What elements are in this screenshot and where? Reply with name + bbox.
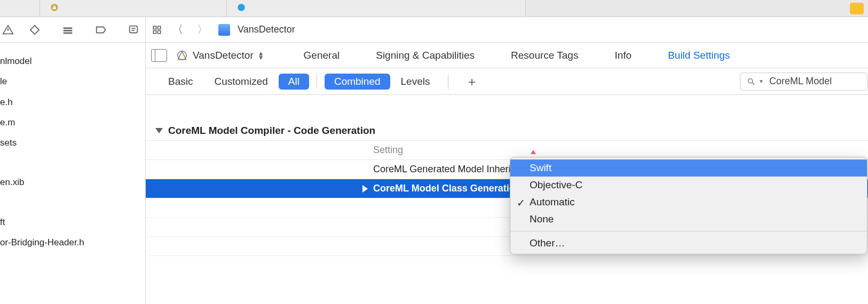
target-marker-icon [531, 149, 536, 154]
svg-rect-11 [153, 30, 156, 33]
scope-basic[interactable]: Basic [157, 73, 203, 91]
target-name: VansDetector [193, 50, 254, 61]
search-icon [747, 77, 755, 86]
svg-rect-5 [64, 32, 73, 34]
window-tab-bar [0, 0, 868, 17]
tab-general[interactable]: General [286, 50, 358, 61]
build-settings-filter-bar: Basic Customized All Combined Levels ＋ ▼… [146, 68, 868, 95]
column-setting: Setting [146, 145, 403, 156]
warning-badge[interactable] [850, 3, 864, 14]
navigator-sidebar: nlmodel le e.h e.m sets en.xib ft or-Bri… [0, 17, 146, 304]
separator [448, 74, 448, 89]
menu-item-label: Automatic [530, 196, 574, 208]
tab-build-settings[interactable]: Build Settings [650, 50, 748, 61]
setting-label: CoreML Model Class Generation Language [146, 183, 569, 194]
updown-icon: ▲▼ [258, 51, 264, 60]
safari-icon [236, 3, 246, 14]
menu-separator [510, 231, 867, 231]
disclosure-triangle-icon [362, 185, 368, 193]
menu-item-swift[interactable]: Swift [510, 159, 867, 177]
window-tab[interactable] [0, 0, 40, 17]
scope-all[interactable]: All [279, 74, 309, 90]
file-navigator: nlmodel le e.h e.m sets en.xib ft or-Bri… [0, 43, 145, 253]
svg-rect-12 [158, 30, 161, 33]
checkmark-icon: ✓ [517, 197, 525, 209]
section-title: CoreML Model Compiler - Code Generation [168, 125, 375, 137]
menu-item-automatic[interactable]: ✓ Automatic [510, 194, 867, 211]
svg-point-13 [178, 51, 187, 60]
setting-label: CoreML Generated Model Inherits NSObject [146, 164, 562, 175]
project-icon [218, 24, 230, 36]
xcode-app-icon [50, 3, 59, 14]
settings-section-header[interactable]: CoreML Model Compiler - Code Generation [146, 121, 868, 141]
breadcrumb-project[interactable]: VansDetector [238, 24, 295, 35]
related-items-icon[interactable] [152, 25, 162, 35]
navigator-selector [0, 17, 145, 43]
window-tab[interactable] [40, 0, 227, 17]
forward-button[interactable]: 〉 [194, 22, 211, 37]
menu-item-objective-c[interactable]: Objective-C [510, 177, 867, 194]
debug-icon[interactable] [56, 24, 80, 36]
back-button[interactable]: 〈 [169, 22, 186, 37]
svg-rect-3 [64, 27, 73, 29]
target-selector[interactable]: VansDetector ▲▼ [176, 49, 264, 62]
disclosure-triangle-icon [155, 128, 163, 133]
svg-rect-4 [64, 30, 73, 31]
target-list-toggle[interactable] [151, 49, 167, 62]
svg-line-15 [752, 83, 754, 85]
file-item[interactable]: e.m [0, 113, 145, 133]
project-editor-tabs: VansDetector ▲▼ General Signing & Capabi… [146, 43, 868, 68]
issue-icon[interactable] [0, 24, 14, 36]
window-tab[interactable] [227, 0, 526, 17]
breakpoint-icon[interactable] [89, 24, 113, 36]
search-value: CoreML Model [769, 76, 832, 87]
svg-rect-9 [153, 26, 156, 29]
svg-rect-6 [130, 26, 138, 33]
svg-point-1 [238, 4, 245, 11]
tab-info[interactable]: Info [596, 50, 650, 61]
menu-item-none[interactable]: None [510, 211, 867, 228]
menu-item-other[interactable]: Other… [510, 235, 867, 252]
add-setting-button[interactable]: ＋ [456, 73, 488, 90]
settings-search[interactable]: ▼ CoreML Model [740, 73, 868, 91]
file-item[interactable]: e.h [0, 92, 145, 113]
tab-spacer [526, 0, 846, 17]
scope-customized[interactable]: Customized [203, 73, 278, 91]
chevron-down-icon: ▼ [759, 78, 764, 84]
file-item[interactable]: le [0, 71, 145, 92]
svg-point-14 [748, 78, 753, 83]
file-item[interactable]: sets [0, 133, 145, 153]
file-item[interactable]: en.xib [0, 172, 145, 193]
file-item[interactable]: nlmodel [0, 51, 145, 71]
view-combined[interactable]: Combined [325, 74, 390, 90]
report-icon[interactable] [122, 24, 145, 36]
tab-signing-capabilities[interactable]: Signing & Capabilities [358, 50, 493, 61]
test-icon[interactable] [23, 24, 47, 36]
app-target-icon [176, 49, 188, 62]
file-item[interactable]: ft [0, 212, 145, 233]
language-dropdown-menu: Swift Objective-C ✓ Automatic None Other… [510, 157, 867, 254]
tab-resource-tags[interactable]: Resource Tags [493, 50, 596, 61]
jump-bar: 〈 〉 VansDetector [146, 17, 868, 43]
view-levels[interactable]: Levels [390, 73, 441, 91]
svg-rect-10 [158, 26, 161, 29]
separator [317, 74, 317, 89]
file-item[interactable]: or-Bridging-Header.h [0, 233, 145, 253]
